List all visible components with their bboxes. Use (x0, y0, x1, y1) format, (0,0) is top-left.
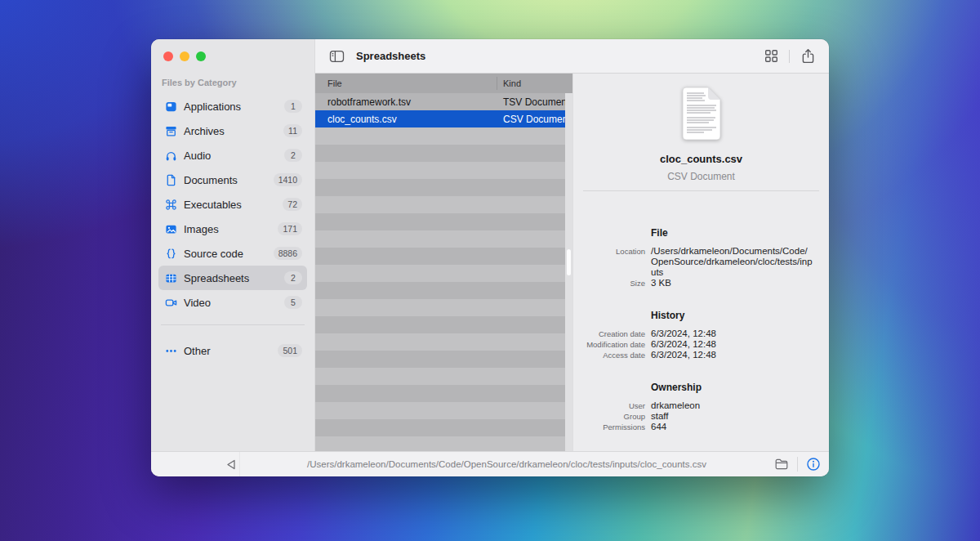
empty-row (315, 402, 572, 419)
empty-row (315, 179, 572, 196)
empty-row (315, 248, 572, 265)
zoom-window-button[interactable] (196, 51, 206, 61)
detail-file-name: cloc_counts.csv (583, 153, 819, 165)
empty-row (315, 230, 572, 248)
info-row: Size3 KB (583, 278, 819, 288)
count-badge: 2 (284, 271, 302, 284)
sidebar-item-spreadsheets[interactable]: Spreadsheets2 (158, 266, 307, 290)
field-value: 3 KB (651, 278, 814, 288)
section-title: File (651, 227, 819, 239)
info-row: Groupstaff (583, 411, 819, 422)
field-label: Modification date (583, 339, 645, 350)
field-value: 6/3/2024, 12:48 (651, 329, 814, 339)
empty-row (315, 282, 572, 299)
count-badge: 72 (283, 198, 302, 211)
detail-file-kind: CSV Document (583, 171, 819, 182)
table-icon (164, 271, 177, 284)
back-icon[interactable] (223, 456, 239, 472)
sidebar-item-audio[interactable]: Audio2 (158, 143, 307, 168)
sidebar-item-video[interactable]: Video5 (158, 290, 307, 315)
minimize-window-button[interactable] (180, 51, 189, 61)
close-window-button[interactable] (163, 51, 173, 61)
sidebar-item-label: Audio (184, 150, 284, 162)
scrollbar-track[interactable] (565, 93, 572, 451)
field-label: Size (583, 278, 645, 288)
empty-row (315, 299, 572, 316)
info-row: Permissions644 (583, 422, 819, 432)
count-badge: 1 (284, 100, 302, 113)
field-value: /Users/drkameleon/Documents/Code/OpenSou… (651, 246, 814, 278)
file-name-cell: cloc_counts.csv (315, 114, 497, 125)
content-area: File Kind robotframework.tsvTSV Document… (315, 74, 829, 451)
share-icon[interactable] (799, 47, 817, 65)
sidebar-item-source-code[interactable]: Source code8886 (158, 241, 307, 266)
sidebar-item-label: Spreadsheets (184, 272, 284, 284)
file-name-cell: robotframework.tsv (315, 96, 497, 108)
detail-section-history: HistoryCreation date6/3/2024, 12:48Modif… (583, 310, 819, 360)
sidebar-item-label: Source code (184, 248, 274, 260)
empty-row (315, 162, 572, 179)
info-icon[interactable] (805, 456, 822, 472)
current-path[interactable]: /Users/drkameleon/Documents/Code/OpenSou… (307, 459, 706, 469)
sidebar: Files by Category Applications1Archives1… (151, 39, 314, 451)
section-title: History (651, 310, 819, 321)
scrollbar-thumb[interactable] (567, 249, 571, 275)
file-list: File Kind robotframework.tsvTSV Document… (315, 74, 572, 451)
field-value: 644 (651, 422, 814, 432)
field-value: drkameleon (651, 400, 814, 411)
video-camera-icon (164, 296, 177, 309)
info-row: Location/Users/drkameleon/Documents/Code… (583, 246, 819, 278)
count-badge: 171 (278, 222, 302, 235)
curly-braces-icon (164, 247, 177, 260)
field-label: Access date (583, 350, 645, 360)
file-row[interactable]: robotframework.tsvTSV Document (315, 93, 572, 110)
detail-panel: cloc_counts.csv CSV Document FileLocatio… (572, 74, 829, 451)
sidebar-item-executables[interactable]: Executables72 (158, 192, 307, 217)
sidebar-item-images[interactable]: Images171 (158, 217, 307, 241)
sidebar-section-header: Files by Category (162, 78, 314, 87)
empty-row (315, 316, 572, 333)
count-badge: 8886 (274, 247, 302, 260)
count-badge: 11 (283, 124, 302, 137)
window-controls (163, 51, 314, 61)
toolbar: Spreadsheets (315, 39, 829, 74)
sidebar-item-label: Video (184, 297, 284, 309)
grid-view-icon[interactable] (762, 47, 780, 65)
empty-row (315, 213, 572, 230)
field-label: User (583, 400, 645, 411)
command-icon (164, 198, 177, 211)
count-badge: 5 (284, 296, 302, 309)
count-badge: 1410 (274, 173, 302, 186)
sidebar-item-label: Executables (184, 199, 283, 211)
empty-row (315, 265, 572, 282)
sidebar-item-label: Applications (184, 101, 284, 113)
column-header-file[interactable]: File (315, 78, 497, 88)
column-header-kind[interactable]: Kind (497, 78, 572, 88)
sidebar-item-label: Other (184, 345, 278, 357)
empty-row (315, 385, 572, 402)
count-badge: 2 (284, 149, 302, 162)
section-title: Ownership (651, 382, 819, 393)
sidebar-item-other[interactable]: Other501 (158, 338, 307, 363)
path-zone: /Users/drkameleon/Documents/Code/OpenSou… (239, 452, 773, 476)
sidebar-toggle-icon[interactable] (327, 47, 345, 65)
info-row: Userdrkameleon (583, 400, 819, 411)
folder-icon[interactable] (773, 456, 790, 472)
detail-section-file: FileLocation/Users/drkameleon/Documents/… (583, 227, 819, 288)
toolbar-divider (789, 50, 790, 63)
bottombar-divider (797, 457, 798, 472)
sidebar-item-documents[interactable]: Documents1410 (158, 168, 307, 192)
file-row[interactable]: cloc_counts.csvCSV Document (315, 110, 572, 127)
field-label: Location (583, 246, 645, 257)
empty-row (315, 127, 572, 145)
sidebar-item-label: Images (184, 223, 278, 235)
path-bar: /Users/drkameleon/Documents/Code/OpenSou… (151, 451, 829, 476)
field-label: Group (583, 411, 645, 422)
archive-box-icon (164, 124, 177, 137)
photo-icon (164, 222, 177, 235)
document-icon (164, 173, 177, 186)
empty-row (315, 419, 572, 436)
sidebar-item-applications[interactable]: Applications1 (158, 94, 307, 118)
field-label: Creation date (583, 329, 645, 339)
sidebar-item-archives[interactable]: Archives11 (158, 118, 307, 143)
